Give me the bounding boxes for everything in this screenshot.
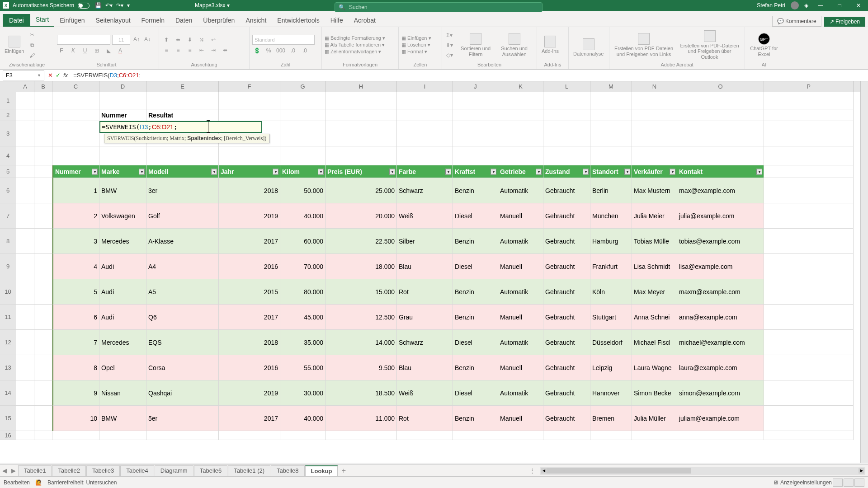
decrease-indent-icon[interactable]: ⇤ — [197, 46, 206, 55]
tab-help[interactable]: Hilfe — [325, 14, 349, 27]
cell[interactable] — [16, 330, 34, 355]
sheet-tab-tabelle8[interactable]: Tabelle8 — [271, 465, 304, 476]
pdf-outlook-button[interactable]: Erstellen von PDF-Dateien und Freigeben … — [677, 29, 742, 60]
number-format-box[interactable] — [252, 35, 315, 45]
align-center-icon[interactable]: ≡ — [174, 46, 183, 55]
italic-button[interactable]: K — [69, 46, 78, 55]
cells-delete-button[interactable]: ▦ Löschen ▾ — [401, 42, 431, 48]
table-cell[interactable]: 25.000 — [326, 178, 397, 203]
cell[interactable] — [16, 121, 34, 146]
col-header-L[interactable]: L — [543, 81, 590, 92]
cells-format-button[interactable]: ▦ Format ▾ — [401, 49, 431, 55]
filter-icon[interactable]: ▾ — [92, 169, 98, 174]
cell[interactable] — [280, 121, 326, 146]
cell[interactable] — [16, 305, 34, 330]
autosum-icon[interactable]: Σ▾ — [445, 31, 454, 40]
row-header-14[interactable]: 14 — [0, 380, 16, 406]
formula-text[interactable]: =SVERWEIS(D3;C6:O21; — [71, 72, 868, 79]
bold-button[interactable]: F — [57, 46, 66, 55]
cell[interactable] — [326, 146, 397, 165]
minimize-button[interactable]: — — [814, 2, 827, 9]
cell[interactable] — [397, 146, 453, 165]
table-cell[interactable]: Julia Müller — [632, 406, 677, 431]
table-cell[interactable]: Automatik — [498, 279, 543, 305]
cell[interactable] — [146, 431, 219, 440]
table-cell[interactable]: 18.000 — [326, 254, 397, 279]
addins-button[interactable]: Add-Ins — [540, 35, 561, 55]
cell[interactable] — [543, 121, 590, 146]
scroll-right-icon[interactable]: ▶ — [859, 468, 864, 474]
table-cell[interactable]: simon@example.com — [677, 380, 764, 406]
sheet-tab-tabelle1[interactable]: Tabelle1 — [18, 465, 52, 476]
cell[interactable] — [764, 229, 854, 254]
table-cell[interactable]: Manuell — [498, 203, 543, 229]
table-cell[interactable]: laura@example.com — [677, 355, 764, 380]
percent-icon[interactable]: % — [264, 46, 273, 55]
align-left-icon[interactable]: ≡ — [162, 46, 171, 55]
display-settings-icon[interactable]: 🖥 — [773, 479, 778, 486]
autosave-toggle[interactable] — [78, 3, 90, 9]
cell[interactable] — [764, 178, 854, 203]
cell[interactable] — [397, 431, 453, 440]
table-header-modell[interactable]: Modell▾ — [146, 165, 219, 178]
filter-icon[interactable]: ▾ — [491, 169, 496, 174]
cell[interactable] — [677, 431, 764, 440]
cell[interactable] — [764, 355, 854, 380]
cell[interactable] — [397, 121, 453, 146]
table-cell[interactable]: Köln — [590, 279, 632, 305]
cell[interactable] — [16, 279, 34, 305]
filter-icon[interactable]: ▾ — [211, 169, 217, 174]
cell[interactable] — [34, 203, 52, 229]
cell[interactable] — [16, 203, 34, 229]
filter-icon[interactable]: ▾ — [536, 169, 542, 174]
row-header-12[interactable]: 12 — [0, 330, 16, 355]
align-right-icon[interactable]: ≡ — [185, 46, 194, 55]
table-cell[interactable]: 2019 — [219, 203, 280, 229]
table-cell[interactable]: Benzin — [453, 406, 498, 431]
table-cell[interactable]: Düsseldorf — [590, 330, 632, 355]
table-cell[interactable]: 15.000 — [326, 279, 397, 305]
cell[interactable] — [34, 178, 52, 203]
col-header-I[interactable]: I — [397, 81, 453, 92]
view-normal-icon[interactable] — [833, 479, 843, 487]
table-cell[interactable]: 3er — [146, 178, 219, 203]
cell[interactable] — [34, 146, 52, 165]
cell[interactable] — [52, 146, 99, 165]
label-resultat[interactable]: Resultat — [146, 109, 219, 121]
table-cell[interactable]: 2015 — [219, 279, 280, 305]
col-header-H[interactable]: H — [326, 81, 397, 92]
row-header-9[interactable]: 9 — [0, 254, 16, 279]
table-cell[interactable]: Frankfurt — [590, 254, 632, 279]
table-cell[interactable]: Gebraucht — [543, 254, 590, 279]
table-cell[interactable]: Audi — [99, 254, 146, 279]
table-cell[interactable]: Gebraucht — [543, 355, 590, 380]
cell[interactable] — [16, 178, 34, 203]
table-header-zustand[interactable]: Zustand▾ — [543, 165, 590, 178]
row-header-5[interactable]: 5 — [0, 165, 16, 178]
cell[interactable] — [34, 431, 52, 440]
table-cell[interactable]: 14.000 — [326, 330, 397, 355]
cell[interactable] — [590, 146, 632, 165]
table-cell[interactable]: A5 — [146, 279, 219, 305]
table-cell[interactable]: 2017 — [219, 406, 280, 431]
table-cell[interactable]: 7 — [52, 330, 99, 355]
table-cell[interactable]: Lisa Schmidt — [632, 254, 677, 279]
row-header-8[interactable]: 8 — [0, 229, 16, 254]
cell[interactable] — [16, 406, 34, 431]
table-cell[interactable]: Nissan — [99, 380, 146, 406]
table-cell[interactable]: Benzin — [453, 279, 498, 305]
cell[interactable] — [764, 146, 854, 165]
align-middle-icon[interactable]: ⬌ — [174, 35, 183, 44]
name-box-dropdown-icon[interactable]: ▼ — [37, 73, 41, 78]
cell[interactable] — [543, 92, 590, 109]
table-cell[interactable]: 2 — [52, 203, 99, 229]
sheet-tab-tabelle6[interactable]: Tabelle6 — [194, 465, 227, 476]
table-cell[interactable]: A4 — [146, 254, 219, 279]
select-all-corner[interactable] — [0, 81, 16, 92]
tab-pagelayout[interactable]: Seitenlayout — [90, 14, 136, 27]
cell[interactable] — [764, 121, 854, 146]
cell[interactable] — [453, 121, 498, 146]
table-cell[interactable]: 18.500 — [326, 380, 397, 406]
table-cell[interactable]: Gebraucht — [543, 330, 590, 355]
col-header-F[interactable]: F — [219, 81, 280, 92]
